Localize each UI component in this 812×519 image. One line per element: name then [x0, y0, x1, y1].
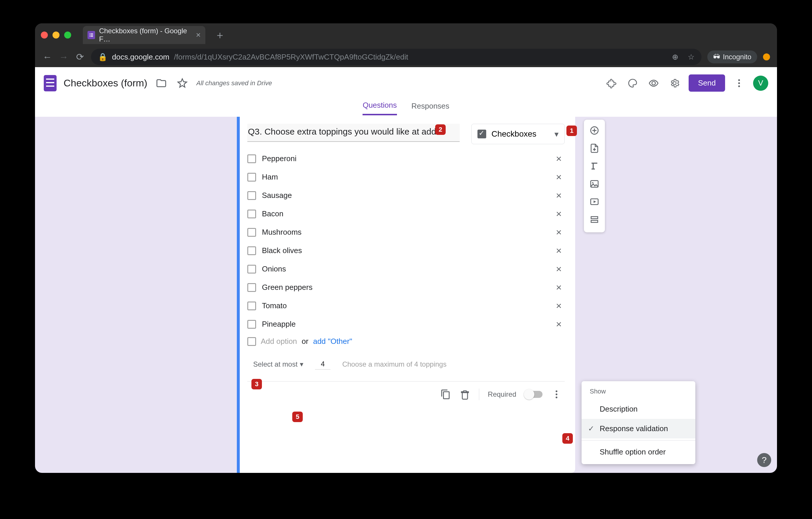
option-label[interactable]: Sausage [262, 191, 547, 200]
remove-option-button[interactable]: × [553, 263, 565, 275]
required-toggle[interactable] [525, 391, 543, 398]
svg-point-8 [738, 85, 740, 87]
tab-close-button[interactable]: × [196, 30, 201, 40]
maximize-window-button[interactable] [64, 31, 71, 38]
search-in-page-icon[interactable]: ⊕ [672, 53, 678, 62]
avatar[interactable]: V [753, 76, 768, 91]
card-footer: Required [247, 381, 565, 407]
profile-indicator[interactable] [763, 53, 770, 60]
popup-item-description[interactable]: Description [582, 399, 695, 419]
url-bar[interactable]: 🔒 docs.google.com/forms/d/1qUXsryC2a2AvB… [91, 49, 701, 65]
option-label[interactable]: Black olives [262, 246, 547, 255]
checkbox-icon [247, 320, 256, 329]
incognito-icon: 🕶 [713, 53, 720, 61]
checkbox-icon [247, 191, 256, 200]
incognito-label: Incognito [723, 53, 751, 61]
app-header: Checkboxes (form) All changes saved in D… [35, 67, 777, 99]
browser-window: Checkboxes (form) - Google F… × ＋ ← → ⟳ … [35, 23, 777, 473]
more-menu-icon[interactable] [732, 76, 746, 90]
option-row: Sausage× [247, 190, 565, 201]
new-tab-button[interactable]: ＋ [211, 28, 229, 42]
step-badge-5: 5 [292, 412, 303, 422]
step-badge-3: 3 [252, 379, 262, 389]
option-row: Mushrooms× [247, 226, 565, 238]
tab-questions[interactable]: Questions [362, 101, 397, 115]
question-title-input[interactable] [247, 124, 460, 142]
add-section-icon[interactable] [589, 215, 599, 226]
delete-button[interactable] [460, 389, 470, 400]
popup-item-shuffle[interactable]: Shuffle option order [582, 442, 695, 462]
question-card: Checkboxes ▾ Pepperoni×Ham×Sausage×Bacon… [237, 117, 575, 473]
preview-icon[interactable] [647, 76, 661, 90]
incognito-badge: 🕶 Incognito [707, 51, 757, 63]
close-window-button[interactable] [41, 31, 48, 38]
popup-separator [582, 440, 695, 440]
option-label[interactable]: Ham [262, 172, 547, 182]
minimize-window-button[interactable] [53, 31, 59, 38]
send-button[interactable]: Send [689, 75, 725, 92]
option-label[interactable]: Mushrooms [262, 228, 547, 237]
add-option-text[interactable]: Add option [261, 337, 297, 346]
checkbox-icon [247, 155, 256, 163]
option-label[interactable]: Pineapple [262, 320, 547, 329]
remove-option-button[interactable]: × [553, 300, 565, 311]
add-other-link[interactable]: add "Other" [313, 337, 352, 346]
move-folder-icon[interactable] [154, 76, 168, 90]
tab-strip: Checkboxes (form) - Google F… × ＋ [35, 23, 777, 47]
option-row: Ham× [247, 171, 565, 183]
add-option-row: Add option or add "Other" [247, 337, 565, 346]
forms-logo-icon[interactable] [44, 75, 57, 91]
save-status: All changes saved in Drive [196, 79, 272, 87]
checkbox-icon [247, 265, 256, 274]
response-validation-row: Select at most ▾ 4 Choose a maximum of 4… [247, 356, 565, 373]
remove-option-button[interactable]: × [553, 282, 565, 293]
remove-option-button[interactable]: × [553, 190, 565, 201]
add-question-icon[interactable] [589, 126, 599, 137]
checkbox-icon [247, 246, 256, 255]
option-label[interactable]: Pepperoni [262, 154, 547, 163]
lock-icon: 🔒 [98, 53, 107, 62]
url-host: docs.google.com [112, 53, 170, 62]
validation-rule-selector[interactable]: Select at most ▾ [253, 360, 303, 368]
required-label: Required [488, 390, 516, 399]
option-label[interactable]: Green peppers [262, 283, 547, 292]
option-label[interactable]: Bacon [262, 209, 547, 218]
validation-number-input[interactable]: 4 [315, 359, 330, 370]
question-overflow-menu[interactable] [551, 389, 562, 400]
add-image-icon[interactable] [589, 179, 599, 191]
validation-message-input[interactable]: Choose a maximum of 4 toppings [342, 360, 446, 368]
checkboxes-icon [477, 130, 486, 138]
nav-reload-button[interactable]: ⟳ [75, 51, 85, 62]
document-title[interactable]: Checkboxes (form) [64, 77, 147, 89]
floating-toolbar [584, 120, 605, 233]
overflow-popup: Show Description Response validation Shu… [582, 381, 695, 464]
question-type-selector[interactable]: Checkboxes ▾ [471, 124, 565, 144]
settings-icon[interactable] [668, 76, 682, 90]
duplicate-button[interactable] [440, 389, 451, 400]
remove-option-button[interactable]: × [553, 171, 565, 183]
remove-option-button[interactable]: × [553, 319, 565, 330]
addons-icon[interactable] [605, 76, 619, 90]
popup-item-response-validation[interactable]: Response validation [582, 419, 695, 438]
remove-option-button[interactable]: × [553, 245, 565, 256]
option-label[interactable]: Tomato [262, 301, 547, 310]
remove-option-button[interactable]: × [553, 153, 565, 164]
bookmark-star-icon[interactable]: ☆ [688, 53, 694, 62]
checkbox-icon [247, 210, 256, 218]
add-title-icon[interactable] [589, 161, 599, 173]
browser-tab[interactable]: Checkboxes (form) - Google F… × [83, 26, 205, 44]
svg-rect-2 [90, 35, 90, 35]
remove-option-button[interactable]: × [553, 208, 565, 219]
star-icon[interactable] [175, 76, 189, 90]
remove-option-button[interactable]: × [553, 226, 565, 238]
palette-icon[interactable] [626, 76, 640, 90]
help-button[interactable]: ? [757, 453, 771, 467]
option-label[interactable]: Onions [262, 265, 547, 274]
nav-forward-button[interactable]: → [58, 52, 69, 62]
add-video-icon[interactable] [589, 197, 599, 209]
import-questions-icon[interactable] [589, 143, 599, 155]
nav-back-button[interactable]: ← [42, 52, 53, 62]
tab-title: Checkboxes (form) - Google F… [99, 27, 192, 43]
svg-rect-1 [91, 33, 93, 34]
tab-responses[interactable]: Responses [411, 102, 450, 115]
